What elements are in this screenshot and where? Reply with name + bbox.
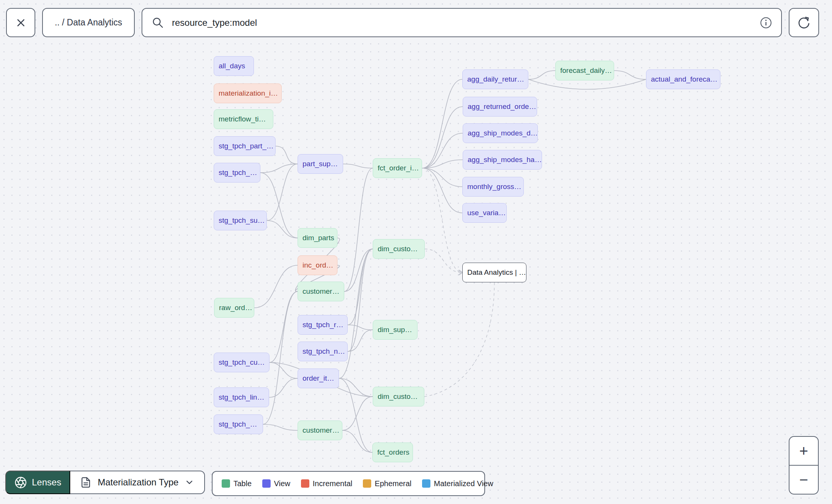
graph-node-inc-ord[interactable]: inc_ord… bbox=[298, 255, 337, 275]
graph-node-agg-ship-modes-ha[interactable]: agg_ship_modes_ha… bbox=[463, 150, 542, 170]
legend-swatch bbox=[222, 479, 230, 488]
lenses-label: Lenses bbox=[32, 477, 61, 488]
graph-node-use-varia[interactable]: use_varia… bbox=[462, 203, 507, 223]
graph-node-raw-ord[interactable]: raw_ord… bbox=[214, 298, 254, 318]
graph-node-dim-sup[interactable]: dim_sup… bbox=[373, 320, 418, 340]
legend-item-incremental: Incremental bbox=[301, 479, 353, 488]
legend-label: View bbox=[274, 479, 290, 488]
legend-item-ephemeral: Ephemeral bbox=[363, 479, 411, 488]
info-icon[interactable] bbox=[760, 17, 772, 29]
chevron-down-icon bbox=[184, 477, 194, 487]
aperture-icon bbox=[14, 476, 27, 489]
graph-node-stg-tpch-cu[interactable]: stg_tpch_cu… bbox=[214, 353, 269, 372]
graph-node-stg-tpch[interactable]: stg_tpch_… bbox=[214, 414, 263, 434]
graph-node-stg-tpch-su[interactable]: stg_tpch_su… bbox=[214, 211, 267, 230]
zoom-in-button[interactable]: + bbox=[789, 437, 818, 465]
graph-node-stg-tpch-r[interactable]: stg_tpch_r… bbox=[298, 315, 348, 335]
close-icon bbox=[14, 16, 27, 29]
search-input[interactable] bbox=[172, 17, 760, 28]
graph-node-customer[interactable]: customer… bbox=[298, 421, 342, 440]
legend-label: Ephemeral bbox=[375, 479, 411, 488]
graph-node-fct-orders[interactable]: fct_orders bbox=[372, 443, 413, 462]
graph-node-agg-returned-orde[interactable]: agg_returned_orde… bbox=[463, 97, 537, 117]
graph-node-actual-and-foreca[interactable]: actual_and_foreca… bbox=[646, 69, 720, 89]
lens-selector-label: Materialization Type bbox=[98, 477, 178, 488]
legend-swatch bbox=[422, 479, 430, 488]
graph-node-monthly-gross[interactable]: monthly_gross… bbox=[462, 177, 524, 197]
legend-swatch bbox=[363, 479, 371, 488]
breadcrumb[interactable]: .. / Data Analytics bbox=[42, 8, 135, 37]
legend-swatch bbox=[301, 479, 309, 488]
graph-node-stg-tpch-part[interactable]: stg_tpch_part_… bbox=[214, 136, 276, 156]
legend-label: Materialized View bbox=[434, 479, 493, 488]
refresh-button[interactable] bbox=[789, 8, 819, 37]
zoom-out-button[interactable]: − bbox=[789, 465, 818, 494]
lens-selector[interactable]: Materialization Type bbox=[70, 471, 205, 494]
graph-node-forecast-daily[interactable]: forecast_daily… bbox=[555, 61, 614, 80]
legend-item-view: View bbox=[262, 479, 290, 488]
refresh-icon bbox=[796, 15, 812, 30]
lenses-button[interactable]: Lenses bbox=[5, 471, 70, 494]
legend: TableViewIncrementalEphemeralMaterialize… bbox=[212, 471, 485, 496]
graph-node-all-days[interactable]: all_days bbox=[214, 56, 254, 76]
legend-label: Table bbox=[233, 479, 252, 488]
graph-node-customer[interactable]: customer… bbox=[298, 282, 344, 301]
lenses-group: Lenses Materialization Type bbox=[5, 471, 205, 494]
graph-node-dim-parts[interactable]: dim_parts bbox=[298, 228, 337, 248]
legend-item-materialized-view: Materialized View bbox=[422, 479, 493, 488]
graph-node-dim-custo[interactable]: dim_custo… bbox=[373, 387, 424, 406]
breadcrumb-label: .. / Data Analytics bbox=[55, 17, 122, 28]
lineage-canvas[interactable]: all_daysmaterialization_i…metricflow_ti…… bbox=[0, 0, 832, 504]
graph-node-stg-tpch-lin[interactable]: stg_tpch_lin… bbox=[214, 387, 269, 407]
graph-node-order-it[interactable]: order_it… bbox=[298, 369, 339, 388]
graph-node-materialization-i[interactable]: materialization_i… bbox=[214, 83, 282, 103]
graph-node-agg-daily-retur[interactable]: agg_daily_retur… bbox=[462, 69, 528, 89]
graph-node-metricflow-ti[interactable]: metricflow_ti… bbox=[214, 109, 273, 129]
graph-node-dim-custo[interactable]: dim_custo… bbox=[373, 239, 425, 259]
graph-node-part-sup[interactable]: part_sup… bbox=[298, 154, 343, 174]
zoom-controls: + − bbox=[789, 436, 819, 495]
legend-label: Incremental bbox=[313, 479, 353, 488]
graph-node-stg-tpch-n[interactable]: stg_tpch_n… bbox=[298, 342, 348, 361]
legend-swatch bbox=[262, 479, 271, 488]
legend-item-table: Table bbox=[222, 479, 252, 488]
search-icon bbox=[151, 16, 164, 29]
graph-node-fct-order-i[interactable]: fct_order_i… bbox=[373, 158, 422, 178]
graph-node-data-analytics[interactable]: Data Analytics | … bbox=[462, 263, 526, 282]
search-bar[interactable] bbox=[142, 8, 782, 37]
close-button[interactable] bbox=[6, 8, 35, 37]
document-icon bbox=[80, 477, 91, 488]
graph-node-agg-ship-modes-d[interactable]: agg_ship_modes_d… bbox=[463, 123, 538, 143]
graph-node-stg-tpch[interactable]: stg_tpch_… bbox=[214, 163, 260, 183]
